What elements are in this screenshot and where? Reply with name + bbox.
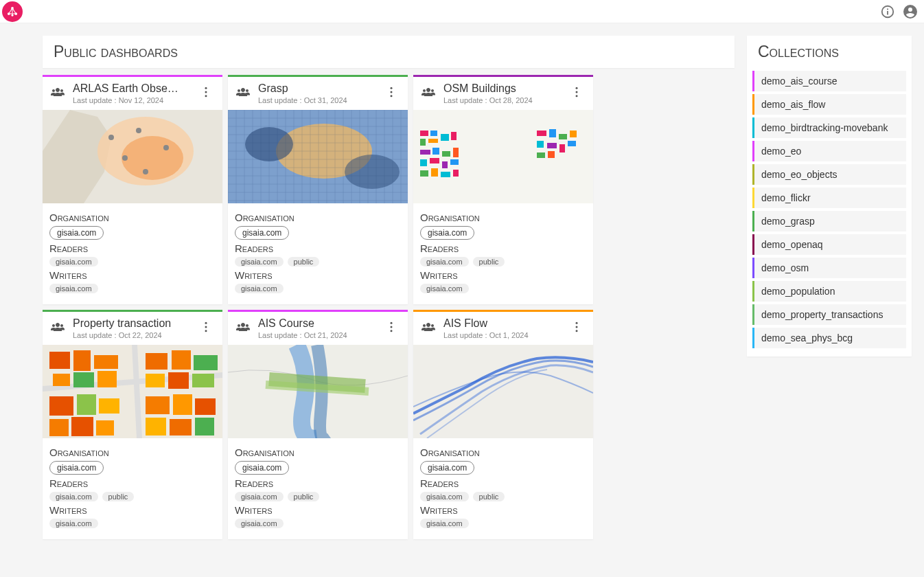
writers-label: Writers [235, 504, 401, 516]
readers-label: Readers [235, 477, 401, 489]
card-title: AIS Flow [443, 317, 560, 330]
org-label: Organisation [49, 446, 216, 458]
reader-tag: gisaia.com [420, 492, 469, 501]
groups-icon [235, 319, 251, 338]
account-button[interactable] [902, 3, 919, 20]
org-label: Organisation [235, 212, 401, 223]
writer-tag: gisaia.com [49, 284, 98, 293]
collection-item[interactable]: demo_osm [752, 258, 906, 278]
reader-tag: public [288, 492, 320, 501]
info-button[interactable] [880, 4, 895, 19]
org-tag: gisaia.com [420, 461, 474, 475]
card-more-button[interactable] [382, 317, 401, 339]
groups-icon [420, 84, 437, 103]
writer-tag: gisaia.com [420, 284, 469, 293]
writers-label: Writers [420, 269, 586, 281]
more-vert-icon [199, 320, 213, 334]
collection-item[interactable]: demo_sea_phys_bcg [752, 328, 906, 348]
readers-label: Readers [420, 477, 586, 489]
org-label: Organisation [235, 446, 401, 458]
more-vert-icon [570, 320, 584, 334]
card-thumbnail[interactable] [413, 345, 593, 438]
card-more-button[interactable] [382, 82, 401, 104]
dashboard-card[interactable]: Property transaction Last update : Oct 2… [43, 310, 222, 539]
card-subtitle: Last update : Oct 1, 2024 [443, 331, 560, 339]
sidebar: Collections demo_ais_coursedemo_ais_flow… [747, 23, 924, 577]
topbar [0, 0, 924, 23]
dashboard-card[interactable]: Grasp Last update : Oct 31, 2024 Organis… [228, 75, 408, 304]
card-more-button[interactable] [196, 317, 216, 339]
dashboard-card[interactable]: AIS Course Last update : Oct 21, 2024 Or… [228, 310, 408, 539]
card-more-button[interactable] [567, 82, 586, 104]
card-thumbnail[interactable] [43, 110, 222, 203]
more-vert-icon [570, 85, 584, 99]
dashboard-card[interactable]: OSM Buildings Last update : Oct 28, 2024… [413, 75, 593, 304]
org-label: Organisation [420, 446, 586, 458]
collection-item[interactable]: demo_birdtracking-movebank [752, 117, 906, 138]
card-title: AIS Course [258, 317, 375, 330]
reader-tag: public [288, 257, 320, 267]
groups-icon [420, 319, 437, 338]
org-label: Organisation [420, 212, 586, 223]
readers-label: Readers [49, 242, 216, 254]
logo-icon [6, 5, 19, 18]
org-label: Organisation [49, 212, 216, 223]
writers-label: Writers [420, 504, 586, 516]
collection-item[interactable]: demo_ais_flow [752, 94, 906, 115]
main-content: Public dashboards ARLAS Earth Obse… Last… [30, 23, 747, 577]
reader-tag: public [473, 492, 505, 501]
groups-icon [235, 84, 251, 103]
collection-item[interactable]: demo_property_transactions [752, 304, 906, 325]
collection-item[interactable]: demo_ais_course [752, 71, 906, 91]
card-subtitle: Last update : Oct 31, 2024 [258, 96, 375, 104]
readers-label: Readers [235, 242, 401, 254]
card-thumbnail[interactable] [413, 110, 593, 203]
org-tag: gisaia.com [235, 461, 289, 475]
collection-item[interactable]: demo_population [752, 281, 906, 302]
dashboard-grid: ARLAS Earth Obse… Last update : Nov 12, … [43, 75, 735, 539]
account-icon [902, 3, 919, 20]
reader-tag: gisaia.com [420, 257, 469, 267]
reader-tag: gisaia.com [235, 492, 284, 501]
more-vert-icon [384, 320, 398, 334]
writers-label: Writers [49, 269, 216, 281]
card-title: ARLAS Earth Obse… [73, 82, 189, 95]
card-thumbnail[interactable] [228, 345, 408, 438]
reader-tag: gisaia.com [49, 492, 98, 501]
page-title: Public dashboards [43, 36, 735, 68]
info-icon [880, 4, 895, 19]
card-more-button[interactable] [196, 82, 216, 104]
writers-label: Writers [49, 504, 216, 516]
card-title: Grasp [258, 82, 375, 95]
reader-tag: gisaia.com [49, 257, 98, 267]
dashboard-card[interactable]: AIS Flow Last update : Oct 1, 2024 Organ… [413, 310, 593, 539]
reader-tag: public [102, 492, 135, 501]
writer-tag: gisaia.com [235, 284, 284, 293]
org-tag: gisaia.com [420, 226, 474, 240]
reader-tag: public [473, 257, 505, 267]
collection-item[interactable]: demo_grasp [752, 211, 906, 231]
collection-item[interactable]: demo_eo [752, 141, 906, 161]
writers-label: Writers [235, 269, 401, 281]
collection-item[interactable]: demo_flickr [752, 188, 906, 208]
collection-item[interactable]: demo_eo_objects [752, 164, 906, 185]
org-tag: gisaia.com [49, 226, 104, 240]
card-subtitle: Last update : Oct 22, 2024 [73, 331, 189, 339]
collections-list: demo_ais_coursedemo_ais_flowdemo_birdtra… [747, 68, 912, 357]
writer-tag: gisaia.com [49, 519, 98, 528]
dashboard-card[interactable]: ARLAS Earth Obse… Last update : Nov 12, … [43, 75, 222, 304]
groups-icon [49, 319, 66, 338]
card-thumbnail[interactable] [43, 345, 222, 438]
org-tag: gisaia.com [235, 226, 289, 240]
app-logo[interactable] [2, 1, 23, 22]
card-more-button[interactable] [567, 317, 586, 339]
collection-item[interactable]: demo_openaq [752, 234, 906, 255]
readers-label: Readers [420, 242, 586, 254]
writer-tag: gisaia.com [420, 519, 469, 528]
org-tag: gisaia.com [49, 461, 104, 475]
collections-title: Collections [747, 36, 912, 68]
card-thumbnail[interactable] [228, 110, 408, 203]
card-subtitle: Last update : Nov 12, 2024 [73, 96, 189, 104]
groups-icon [49, 84, 66, 103]
card-title: OSM Buildings [443, 82, 560, 95]
